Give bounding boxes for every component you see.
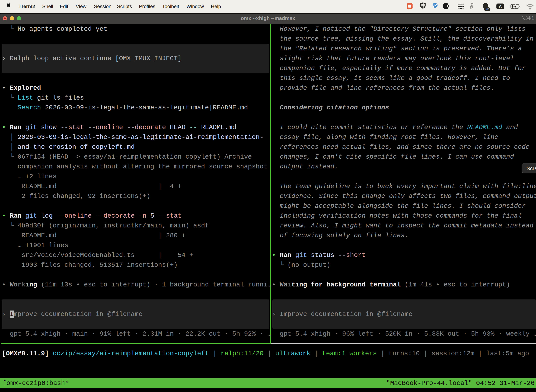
svg-text:..61: ..61 [485,8,490,11]
svg-text:1: 1 [531,16,534,20]
svg-text:A: A [499,4,502,9]
